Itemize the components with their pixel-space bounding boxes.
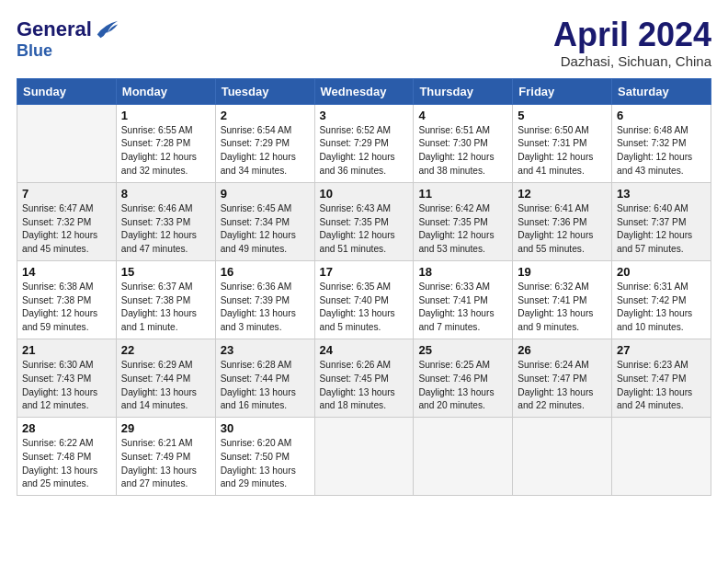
month-title: April 2024 xyxy=(553,17,711,53)
calendar-day-cell: 14Sunrise: 6:38 AMSunset: 7:38 PMDayligh… xyxy=(17,260,117,339)
day-number: 17 xyxy=(320,265,409,279)
day-number: 29 xyxy=(121,421,210,435)
calendar-week-row: 28Sunrise: 6:22 AMSunset: 7:48 PMDayligh… xyxy=(17,418,711,496)
weekday-header: Saturday xyxy=(612,78,711,104)
calendar-day-cell: 18Sunrise: 6:33 AMSunset: 7:41 PMDayligh… xyxy=(414,260,513,339)
day-number: 5 xyxy=(518,109,607,122)
day-info: Sunrise: 6:32 AMSunset: 7:41 PMDaylight:… xyxy=(518,281,607,335)
day-number: 21 xyxy=(22,343,111,357)
calendar-day-cell: 2Sunrise: 6:54 AMSunset: 7:29 PMDaylight… xyxy=(215,104,314,182)
day-info: Sunrise: 6:43 AMSunset: 7:35 PMDaylight:… xyxy=(320,202,409,257)
logo-bird-icon xyxy=(94,17,119,42)
calendar-day-cell: 25Sunrise: 6:25 AMSunset: 7:46 PMDayligh… xyxy=(414,339,513,417)
day-info: Sunrise: 6:30 AMSunset: 7:43 PMDaylight:… xyxy=(22,359,111,413)
location: Dazhasi, Sichuan, China xyxy=(553,53,711,69)
calendar-day-cell: 9Sunrise: 6:45 AMSunset: 7:34 PMDaylight… xyxy=(215,182,314,260)
day-number: 14 xyxy=(22,265,111,279)
calendar-day-cell xyxy=(414,418,513,496)
weekday-header: Sunday xyxy=(17,78,117,104)
logo: General Blue xyxy=(17,17,119,60)
day-number: 18 xyxy=(418,265,507,279)
page-container: General Blue April 2024 Dazhasi, Sichuan… xyxy=(0,0,728,512)
day-number: 2 xyxy=(221,109,310,122)
day-info: Sunrise: 6:37 AMSunset: 7:38 PMDaylight:… xyxy=(121,281,210,335)
day-number: 26 xyxy=(518,343,607,357)
calendar-day-cell: 1Sunrise: 6:55 AMSunset: 7:28 PMDaylight… xyxy=(116,104,215,182)
day-number: 27 xyxy=(617,343,706,357)
day-info: Sunrise: 6:38 AMSunset: 7:38 PMDaylight:… xyxy=(22,281,111,335)
calendar-day-cell: 16Sunrise: 6:36 AMSunset: 7:39 PMDayligh… xyxy=(215,260,314,339)
day-info: Sunrise: 6:20 AMSunset: 7:50 PMDaylight:… xyxy=(221,437,310,491)
day-info: Sunrise: 6:35 AMSunset: 7:40 PMDaylight:… xyxy=(320,281,409,335)
day-info: Sunrise: 6:23 AMSunset: 7:47 PMDaylight:… xyxy=(617,359,706,413)
day-number: 1 xyxy=(121,109,210,122)
day-number: 16 xyxy=(221,265,310,279)
day-info: Sunrise: 6:41 AMSunset: 7:36 PMDaylight:… xyxy=(518,202,607,257)
calendar-day-cell xyxy=(513,418,612,496)
calendar-week-row: 7Sunrise: 6:47 AMSunset: 7:32 PMDaylight… xyxy=(17,182,711,260)
day-number: 10 xyxy=(320,187,409,201)
calendar-day-cell: 19Sunrise: 6:32 AMSunset: 7:41 PMDayligh… xyxy=(513,260,612,339)
day-info: Sunrise: 6:45 AMSunset: 7:34 PMDaylight:… xyxy=(221,202,310,257)
day-info: Sunrise: 6:25 AMSunset: 7:46 PMDaylight:… xyxy=(418,359,507,413)
calendar-day-cell: 28Sunrise: 6:22 AMSunset: 7:48 PMDayligh… xyxy=(17,418,117,496)
calendar-day-cell: 3Sunrise: 6:52 AMSunset: 7:29 PMDaylight… xyxy=(314,104,414,182)
day-info: Sunrise: 6:48 AMSunset: 7:32 PMDaylight:… xyxy=(617,124,706,178)
calendar-day-cell xyxy=(612,418,711,496)
day-number: 9 xyxy=(221,187,310,201)
day-number: 19 xyxy=(518,265,607,279)
day-info: Sunrise: 6:26 AMSunset: 7:45 PMDaylight:… xyxy=(320,359,409,413)
day-info: Sunrise: 6:22 AMSunset: 7:48 PMDaylight:… xyxy=(22,437,111,491)
calendar-day-cell: 7Sunrise: 6:47 AMSunset: 7:32 PMDaylight… xyxy=(17,182,117,260)
day-number: 23 xyxy=(221,343,310,357)
day-info: Sunrise: 6:42 AMSunset: 7:35 PMDaylight:… xyxy=(418,202,507,257)
day-number: 3 xyxy=(320,109,409,122)
calendar-day-cell: 27Sunrise: 6:23 AMSunset: 7:47 PMDayligh… xyxy=(612,339,711,417)
day-number: 6 xyxy=(617,109,706,122)
calendar-day-cell: 26Sunrise: 6:24 AMSunset: 7:47 PMDayligh… xyxy=(513,339,612,417)
title-block: April 2024 Dazhasi, Sichuan, China xyxy=(553,17,711,69)
day-number: 4 xyxy=(418,109,507,122)
day-number: 20 xyxy=(617,265,706,279)
day-info: Sunrise: 6:33 AMSunset: 7:41 PMDaylight:… xyxy=(418,281,507,335)
day-number: 22 xyxy=(121,343,210,357)
calendar-day-cell: 22Sunrise: 6:29 AMSunset: 7:44 PMDayligh… xyxy=(116,339,215,417)
calendar: SundayMondayTuesdayWednesdayThursdayFrid… xyxy=(17,78,711,497)
weekday-header: Monday xyxy=(116,78,215,104)
day-info: Sunrise: 6:36 AMSunset: 7:39 PMDaylight:… xyxy=(221,281,310,335)
logo-text: General xyxy=(17,19,92,40)
day-number: 25 xyxy=(418,343,507,357)
calendar-header-row: SundayMondayTuesdayWednesdayThursdayFrid… xyxy=(17,78,711,104)
day-number: 15 xyxy=(121,265,210,279)
day-info: Sunrise: 6:21 AMSunset: 7:49 PMDaylight:… xyxy=(121,437,210,491)
day-number: 8 xyxy=(121,187,210,201)
day-info: Sunrise: 6:31 AMSunset: 7:42 PMDaylight:… xyxy=(617,281,706,335)
day-info: Sunrise: 6:40 AMSunset: 7:37 PMDaylight:… xyxy=(617,202,706,257)
weekday-header: Thursday xyxy=(414,78,513,104)
weekday-header: Wednesday xyxy=(314,78,414,104)
weekday-header: Friday xyxy=(513,78,612,104)
day-number: 12 xyxy=(518,187,607,201)
day-number: 13 xyxy=(617,187,706,201)
weekday-header: Tuesday xyxy=(215,78,314,104)
calendar-day-cell: 29Sunrise: 6:21 AMSunset: 7:49 PMDayligh… xyxy=(116,418,215,496)
day-number: 7 xyxy=(22,187,111,201)
calendar-week-row: 14Sunrise: 6:38 AMSunset: 7:38 PMDayligh… xyxy=(17,260,711,339)
calendar-day-cell: 8Sunrise: 6:46 AMSunset: 7:33 PMDaylight… xyxy=(116,182,215,260)
day-info: Sunrise: 6:55 AMSunset: 7:28 PMDaylight:… xyxy=(121,124,210,178)
calendar-day-cell: 24Sunrise: 6:26 AMSunset: 7:45 PMDayligh… xyxy=(314,339,414,417)
calendar-day-cell: 17Sunrise: 6:35 AMSunset: 7:40 PMDayligh… xyxy=(314,260,414,339)
day-info: Sunrise: 6:28 AMSunset: 7:44 PMDaylight:… xyxy=(221,359,310,413)
calendar-day-cell: 15Sunrise: 6:37 AMSunset: 7:38 PMDayligh… xyxy=(116,260,215,339)
day-info: Sunrise: 6:47 AMSunset: 7:32 PMDaylight:… xyxy=(22,202,111,257)
day-info: Sunrise: 6:24 AMSunset: 7:47 PMDaylight:… xyxy=(518,359,607,413)
calendar-day-cell: 21Sunrise: 6:30 AMSunset: 7:43 PMDayligh… xyxy=(17,339,117,417)
calendar-day-cell xyxy=(17,104,117,182)
day-number: 11 xyxy=(418,187,507,201)
day-info: Sunrise: 6:50 AMSunset: 7:31 PMDaylight:… xyxy=(518,124,607,178)
logo-subtext: Blue xyxy=(17,41,52,60)
calendar-day-cell: 11Sunrise: 6:42 AMSunset: 7:35 PMDayligh… xyxy=(414,182,513,260)
calendar-day-cell: 30Sunrise: 6:20 AMSunset: 7:50 PMDayligh… xyxy=(215,418,314,496)
calendar-day-cell xyxy=(314,418,414,496)
calendar-day-cell: 20Sunrise: 6:31 AMSunset: 7:42 PMDayligh… xyxy=(612,260,711,339)
